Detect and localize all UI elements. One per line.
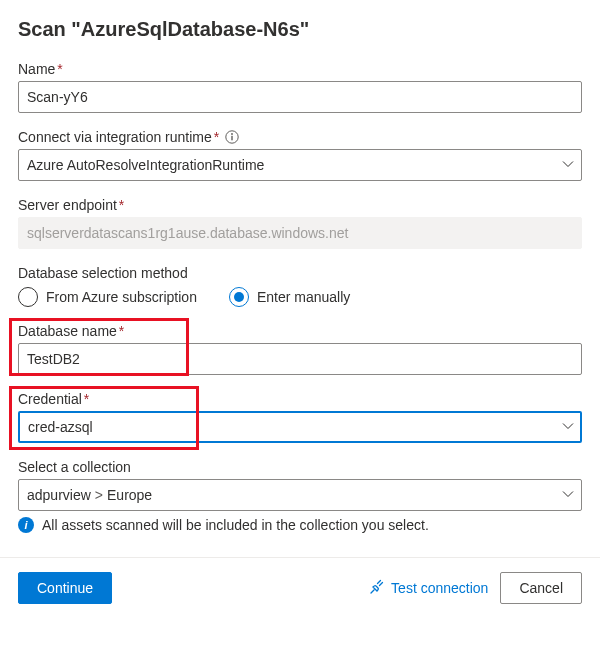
radio-enter-manually[interactable]: Enter manually [229,287,350,307]
field-credential: Credential * [18,391,582,443]
collection-info-text: All assets scanned will be included in t… [42,517,429,533]
name-label-text: Name [18,61,55,77]
runtime-label-text: Connect via integration runtime [18,129,212,145]
runtime-label: Connect via integration runtime * [18,129,582,145]
field-collection: Select a collection adpurview > Europe i… [18,459,582,533]
credential-select[interactable] [18,411,582,443]
radio-manual-label: Enter manually [257,289,350,305]
required-asterisk: * [119,323,124,339]
info-icon: i [18,517,34,533]
dbname-input[interactable] [18,343,582,375]
credential-label: Credential * [18,391,582,407]
field-runtime: Connect via integration runtime * [18,129,582,181]
name-input[interactable] [18,81,582,113]
dbmethod-label: Database selection method [18,265,582,281]
breadcrumb-parent: adpurview [27,487,91,503]
page-title: Scan "AzureSqlDatabase-N6s" [18,18,582,41]
radio-subscription-label: From Azure subscription [46,289,197,305]
runtime-select-value[interactable] [18,149,582,181]
test-connection-label: Test connection [391,580,488,596]
dbmethod-label-text: Database selection method [18,265,188,281]
required-asterisk: * [214,129,219,145]
chevron-right-icon: > [91,487,107,503]
radio-from-subscription[interactable]: From Azure subscription [18,287,197,307]
dbmethod-radio-group: From Azure subscription Enter manually [18,287,582,307]
radio-dot-icon [234,292,244,302]
endpoint-input [18,217,582,249]
info-icon[interactable] [225,130,239,144]
footer: Continue Test connection Cancel [18,572,582,604]
divider [0,557,600,558]
field-endpoint: Server endpoint * [18,197,582,249]
field-name: Name * [18,61,582,113]
plug-icon [369,579,385,598]
field-dbmethod: Database selection method From Azure sub… [18,265,582,307]
required-asterisk: * [57,61,62,77]
test-connection-button[interactable]: Test connection [369,579,488,598]
breadcrumb-child: Europe [107,487,152,503]
endpoint-label-text: Server endpoint [18,197,117,213]
svg-rect-2 [232,136,233,141]
runtime-select[interactable] [18,149,582,181]
collection-info: i All assets scanned will be included in… [18,517,582,533]
cancel-button[interactable]: Cancel [500,572,582,604]
radio-circle-icon [229,287,249,307]
name-label: Name * [18,61,582,77]
field-dbname: Database name * [18,323,582,375]
dbname-label: Database name * [18,323,582,339]
required-asterisk: * [84,391,89,407]
credential-label-text: Credential [18,391,82,407]
collection-select-value[interactable]: adpurview > Europe [18,479,582,511]
credential-select-value[interactable] [18,411,582,443]
dbname-label-text: Database name [18,323,117,339]
svg-point-1 [231,133,233,135]
endpoint-label: Server endpoint * [18,197,582,213]
collection-label: Select a collection [18,459,582,475]
continue-button[interactable]: Continue [18,572,112,604]
collection-label-text: Select a collection [18,459,131,475]
required-asterisk: * [119,197,124,213]
radio-circle-icon [18,287,38,307]
collection-select[interactable]: adpurview > Europe [18,479,582,511]
